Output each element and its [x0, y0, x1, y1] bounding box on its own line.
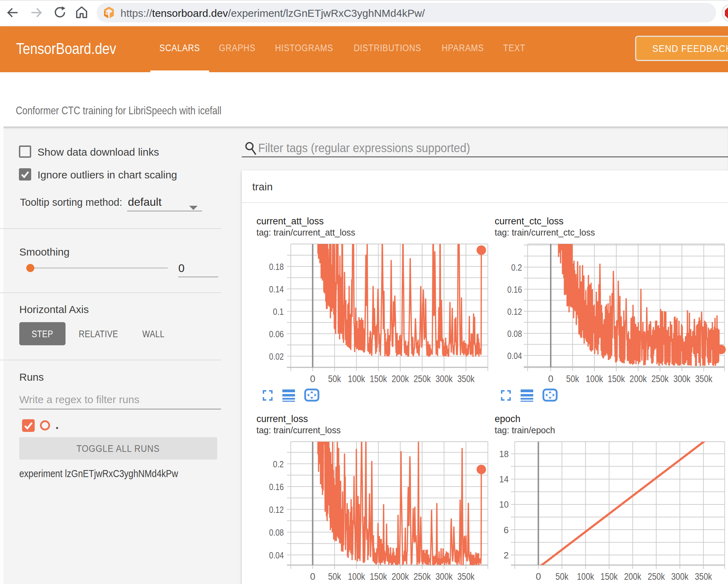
svg-text:50k: 50k — [556, 571, 569, 582]
svg-text:350k: 350k — [695, 374, 712, 384]
svg-text:0.12: 0.12 — [507, 306, 522, 317]
svg-text:6: 6 — [504, 525, 509, 535]
svg-text:2: 2 — [504, 550, 509, 561]
svg-text:0.02: 0.02 — [269, 351, 284, 362]
svg-text:300k: 300k — [673, 374, 691, 384]
svg-text:0.04: 0.04 — [269, 550, 284, 561]
svg-text:0.16: 0.16 — [269, 482, 284, 492]
svg-text:200k: 200k — [630, 374, 647, 384]
svg-text:150k: 150k — [370, 374, 387, 384]
svg-text:100k: 100k — [348, 374, 365, 384]
svg-text:300k: 300k — [435, 571, 453, 582]
svg-text:100k: 100k — [348, 571, 365, 582]
svg-text:150k: 150k — [370, 571, 387, 582]
svg-text:150k: 150k — [600, 571, 618, 582]
svg-text:250k: 250k — [414, 374, 431, 384]
svg-text:200k: 200k — [392, 571, 409, 582]
svg-text:150k: 150k — [608, 374, 625, 384]
svg-text:350k: 350k — [695, 571, 712, 582]
svg-text:0.08: 0.08 — [507, 328, 522, 339]
svg-text:0.04: 0.04 — [507, 351, 522, 361]
svg-text:300k: 300k — [435, 374, 453, 384]
svg-text:50k: 50k — [328, 374, 341, 384]
svg-text:0.12: 0.12 — [269, 504, 284, 515]
svg-text:100k: 100k — [586, 374, 603, 384]
svg-text:0: 0 — [536, 571, 541, 582]
svg-text:0.08: 0.08 — [269, 527, 284, 538]
svg-text:350k: 350k — [458, 571, 475, 582]
svg-text:100k: 100k — [577, 571, 594, 582]
svg-text:0.2: 0.2 — [273, 459, 284, 469]
svg-text:350k: 350k — [458, 374, 475, 384]
svg-text:50k: 50k — [328, 571, 341, 582]
svg-text:300k: 300k — [671, 571, 688, 582]
svg-text:0.06: 0.06 — [269, 329, 284, 339]
svg-text:0.16: 0.16 — [507, 284, 522, 295]
svg-text:0: 0 — [310, 571, 315, 582]
svg-text:14: 14 — [499, 474, 509, 484]
svg-text:250k: 250k — [414, 571, 431, 582]
svg-text:0.1: 0.1 — [273, 306, 284, 317]
svg-text:200k: 200k — [392, 374, 409, 384]
svg-text:0: 0 — [310, 374, 315, 384]
svg-text:18: 18 — [499, 449, 509, 459]
svg-text:0.14: 0.14 — [269, 284, 284, 294]
svg-text:250k: 250k — [648, 571, 665, 582]
svg-text:10: 10 — [499, 499, 509, 510]
svg-text:0.18: 0.18 — [269, 262, 284, 272]
svg-text:250k: 250k — [652, 374, 669, 384]
svg-text:0: 0 — [548, 374, 553, 384]
svg-text:200k: 200k — [624, 571, 641, 582]
svg-text:50k: 50k — [566, 374, 579, 384]
svg-text:0.2: 0.2 — [511, 262, 522, 273]
